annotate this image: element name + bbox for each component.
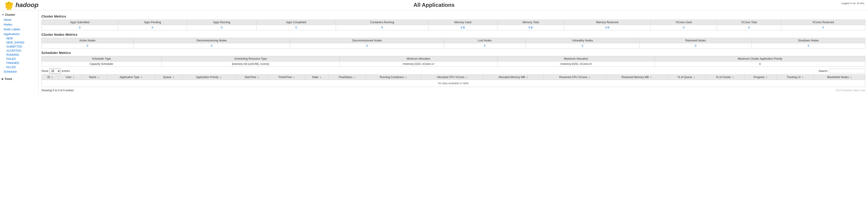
- cluster-metrics-col-header: Apps Completed: [256, 20, 336, 25]
- app-col-header[interactable]: StartTime ⇕: [235, 75, 269, 80]
- cluster-nodes-cell: 0: [290, 43, 444, 49]
- cluster-nodes-cell: 0: [752, 43, 865, 49]
- cluster-metrics-value-row: 000000 B0 B0 B000: [42, 25, 865, 30]
- app-col-header[interactable]: % of Queue ⇕: [668, 75, 706, 80]
- entries-select[interactable]: 102050100: [49, 68, 61, 74]
- scheduler-col-header: Scheduler Type: [42, 56, 161, 61]
- previous-button[interactable]: Previous: [842, 89, 853, 92]
- applications-header-row: ID ⇕User ⇕Name ⇕Application Type ⇕Queue …: [42, 75, 865, 80]
- app-col-header[interactable]: Tracking UI ⇕: [777, 75, 814, 80]
- cluster-nodes-col-header: Rebooted Nodes: [640, 38, 752, 43]
- cluster-metrics-cell: 0 B: [428, 25, 497, 30]
- cluster-metrics-cell: 0: [256, 25, 336, 30]
- app-col-header[interactable]: FinalStatus ⇕: [329, 75, 366, 80]
- next-button[interactable]: Next: [854, 89, 859, 92]
- sidebar-item-nodes[interactable]: Nodes: [0, 22, 38, 27]
- app-col-header[interactable]: Progress ⇕: [744, 75, 777, 80]
- cluster-metrics-col-header: Containers Running: [336, 20, 428, 25]
- cluster-nodes-header-row: Active NodesDecommissioning NodesDecommi…: [42, 38, 865, 43]
- sort-arrow-icon: ⇕: [354, 76, 355, 79]
- sidebar-item-scheduler[interactable]: Scheduler: [0, 69, 38, 74]
- app-col-header[interactable]: Blacklisted Nodes ⇕: [814, 75, 865, 80]
- sort-arrow-icon: ⇕: [693, 76, 695, 79]
- cluster-metrics-table: Apps SubmittedApps PendingApps RunningAp…: [41, 20, 865, 30]
- content-area: Cluster Metrics Apps SubmittedApps Pendi…: [39, 10, 868, 95]
- scheduler-cell: <memory:1024, vCores:1>: [340, 61, 497, 67]
- pagination-buttons: First Previous Next Last: [836, 89, 865, 92]
- no-data-cell: No data available in table: [42, 80, 865, 87]
- app-col-header[interactable]: FinishTime ⇕: [269, 75, 305, 80]
- app-col-header[interactable]: State ⇕: [305, 75, 329, 80]
- app-col-header[interactable]: Application Priority ⇕: [182, 75, 235, 80]
- app-col-header[interactable]: ID ⇕: [42, 75, 59, 80]
- app-col-header[interactable]: Allocated Memory MB ⇕: [483, 75, 544, 80]
- sidebar-tools-section[interactable]: ▶ Tools: [0, 76, 38, 82]
- cluster-nodes-col-header: Decommissioned Nodes: [290, 38, 444, 43]
- sort-arrow-icon: ⇕: [405, 76, 407, 79]
- sidebar-item-new-saving[interactable]: NEW_SAVING: [0, 40, 38, 45]
- sort-arrow-icon: ⇕: [766, 76, 768, 79]
- sort-arrow-icon: ⇕: [257, 76, 259, 79]
- sort-arrow-icon: ⇕: [98, 76, 99, 79]
- first-button[interactable]: First: [836, 89, 841, 92]
- sidebar-item-new[interactable]: NEW: [0, 36, 38, 40]
- app-col-header[interactable]: Name ⇕: [82, 75, 107, 80]
- cluster-metrics-cell: 0: [781, 25, 865, 30]
- cluster-nodes-cell: 0: [525, 43, 640, 49]
- show-entries-area: Show 102050100 entries: [41, 68, 70, 74]
- cluster-metrics-col-header: Apps Pending: [118, 20, 187, 25]
- sort-arrow-icon: ⇕: [73, 76, 74, 79]
- last-button[interactable]: Last: [860, 89, 865, 92]
- main-layout: ▼ Cluster About Nodes Node Labels Applic…: [0, 10, 868, 95]
- cluster-nodes-col-header: Lost Nodes: [444, 38, 525, 43]
- cluster-metrics-col-header: VCores Total: [717, 20, 781, 25]
- app-col-header[interactable]: Reserved CPU VCores ⇕: [544, 75, 606, 80]
- applications-body: No data available in table: [42, 80, 865, 87]
- scheduler-cell: 0: [655, 61, 865, 67]
- cluster-metrics-cell: 0: [336, 25, 428, 30]
- scheduler-header-row: Scheduler TypeScheduling Resource TypeMi…: [42, 56, 865, 61]
- scheduler-col-header: Maximum Cluster Application Priority: [655, 56, 865, 61]
- app-col-header[interactable]: Queue ⇕: [155, 75, 182, 80]
- sidebar-item-applications[interactable]: Applications: [0, 32, 38, 36]
- scheduler-col-header: Scheduling Resource Type: [161, 56, 340, 61]
- entries-label: entries: [62, 69, 70, 73]
- sidebar-item-node-labels[interactable]: Node Labels: [0, 27, 38, 32]
- search-input[interactable]: [829, 69, 865, 73]
- page-title: All Applications: [413, 2, 455, 8]
- app-col-header[interactable]: % of Cluster ⇕: [706, 75, 745, 80]
- sort-arrow-icon: ⇕: [650, 76, 652, 79]
- sidebar-item-submitted[interactable]: SUBMITTED: [0, 45, 38, 49]
- table-footer: Showing 0 to 0 of 0 entries First Previo…: [41, 88, 865, 93]
- sidebar-item-failed[interactable]: FAILED: [0, 57, 38, 61]
- cluster-nodes-col-header: Decommissioning Nodes: [133, 38, 290, 43]
- cluster-nodes-col-header: Unhealthy Nodes: [525, 38, 640, 43]
- show-label: Show: [41, 69, 48, 73]
- cluster-metrics-cell: 0: [651, 25, 717, 30]
- cluster-metrics-header-row: Apps SubmittedApps PendingApps RunningAp…: [42, 20, 865, 25]
- sidebar-item-accepted[interactable]: ACCEPTED: [0, 49, 38, 53]
- page-header: hadoop All Applications Logged in as: dr…: [0, 0, 868, 10]
- cluster-nodes-metrics-table: Active NodesDecommissioning NodesDecommi…: [41, 38, 865, 49]
- cluster-metrics-col-header: Memory Reserved: [564, 20, 651, 25]
- app-col-header[interactable]: Allocated CPU VCores ⇕: [421, 75, 483, 80]
- cluster-metrics-cell: 0 B: [564, 25, 651, 30]
- cluster-metrics-col-header: Memory Used: [428, 20, 497, 25]
- cluster-metrics-col-header: VCores Reserved: [781, 20, 865, 25]
- sidebar-item-about[interactable]: About: [0, 17, 38, 22]
- sidebar-item-running[interactable]: RUNNING: [0, 53, 38, 57]
- hadoop-logo-icon: [4, 0, 14, 10]
- sidebar-cluster-section[interactable]: ▼ Cluster: [0, 12, 38, 17]
- cluster-nodes-cell: 0: [133, 43, 290, 49]
- scheduler-value-row: Capacity Scheduler[memory-mb (unit=Mi), …: [42, 61, 865, 67]
- app-col-header[interactable]: Application Type ⇕: [107, 75, 155, 80]
- login-info: Logged in as: dr.who: [841, 2, 864, 4]
- logo-area: hadoop: [4, 0, 38, 10]
- sidebar-item-killed[interactable]: KILLED: [0, 65, 38, 69]
- app-col-header[interactable]: Reserved Memory MB ⇕: [606, 75, 668, 80]
- cluster-metrics-col-header: VCores Used: [651, 20, 717, 25]
- sidebar-item-finished[interactable]: FINISHED: [0, 61, 38, 65]
- cluster-metrics-cell: 0: [42, 25, 118, 30]
- app-col-header[interactable]: Running Containers ⇕: [366, 75, 421, 80]
- app-col-header[interactable]: User ⇕: [59, 75, 82, 80]
